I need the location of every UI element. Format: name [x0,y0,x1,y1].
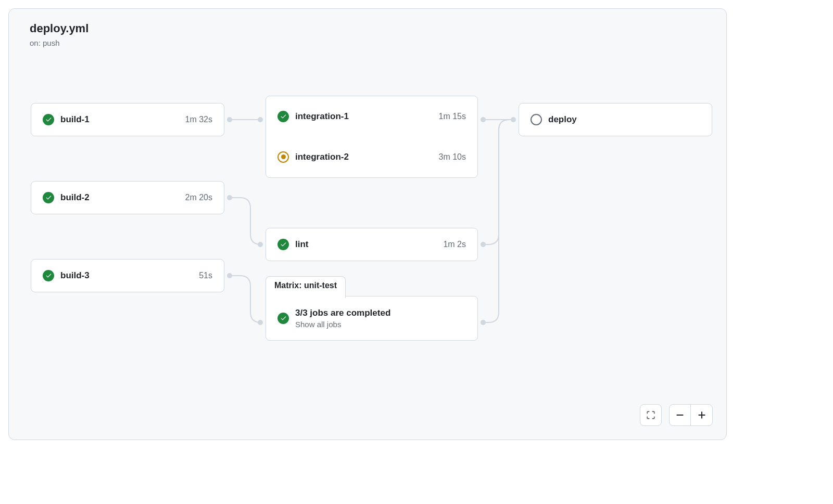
job-deploy[interactable]: deploy [519,103,712,136]
job-duration: 1m 2s [443,240,466,249]
job-group-integrations: integration-1 1m 15s integration-2 3m 10… [266,96,478,178]
workflow-filename: deploy.yml [30,21,711,36]
svg-point-2 [227,195,232,200]
pending-icon [531,114,542,125]
svg-point-8 [481,242,486,247]
zoom-button-group [669,404,713,426]
workflow-header: deploy.yml on: push [9,9,726,51]
matrix-summary: 3/3 jobs are completed [295,308,390,318]
job-lint[interactable]: lint 1m 2s [266,228,478,261]
matrix-unit-test[interactable]: Matrix: unit-test 3/3 jobs are completed… [266,296,478,341]
job-duration: 1m 15s [439,112,466,121]
svg-point-7 [511,117,516,122]
minus-icon [675,410,685,420]
success-icon [277,239,289,250]
job-name: integration-2 [295,152,349,162]
job-name: build-2 [60,192,90,203]
svg-point-9 [481,320,486,325]
success-icon [277,313,289,324]
job-duration: 51s [199,271,212,280]
job-integration-2[interactable]: integration-2 3m 10s [266,137,477,177]
success-icon [277,111,289,122]
svg-point-3 [258,242,263,247]
job-name: deploy [548,114,577,125]
job-name: build-1 [60,114,90,125]
svg-point-4 [227,273,232,278]
job-integration-1[interactable]: integration-1 1m 15s [266,96,477,137]
job-name: build-3 [60,270,90,281]
job-duration: 1m 32s [185,115,212,124]
success-icon [43,270,54,281]
svg-point-0 [227,117,232,122]
success-icon [43,114,54,125]
svg-point-5 [258,320,263,325]
zoom-in-button[interactable] [691,405,712,425]
zoom-out-button[interactable] [670,405,691,425]
job-duration: 3m 10s [439,152,466,162]
svg-point-6 [481,117,486,122]
workflow-visualization-panel: deploy.yml on: push .cline { stroke: #d0… [8,8,727,440]
success-icon [43,192,54,203]
workflow-trigger: on: push [30,38,711,47]
fit-to-screen-button[interactable] [640,404,662,426]
job-build-1[interactable]: build-1 1m 32s [31,103,224,136]
matrix-tab-label: Matrix: unit-test [266,276,346,298]
fit-screen-icon [646,410,655,420]
in-progress-icon [277,151,289,163]
job-name: integration-1 [295,111,349,122]
job-name: lint [295,239,309,250]
job-build-3[interactable]: build-3 51s [31,259,224,292]
plus-icon [697,410,706,420]
show-all-jobs-link[interactable]: Show all jobs [295,320,390,329]
job-duration: 2m 20s [185,193,212,202]
zoom-controls [640,404,713,426]
workflow-graph-canvas[interactable]: .cline { stroke: #d0d7de; stroke-width: … [9,51,726,440]
job-build-2[interactable]: build-2 2m 20s [31,181,224,214]
svg-point-1 [258,117,263,122]
